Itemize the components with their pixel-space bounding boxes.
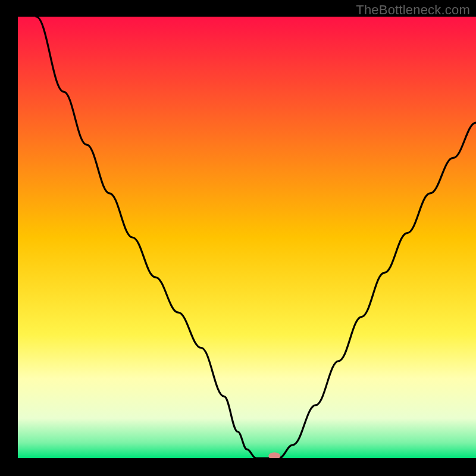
watermark-text: TheBottleneck.com <box>356 2 470 18</box>
frame-bottom <box>0 458 476 476</box>
bottleneck-chart <box>0 0 476 476</box>
frame-left <box>0 0 18 476</box>
chart-frame: TheBottleneck.com <box>0 0 476 476</box>
plot-background <box>18 17 476 458</box>
